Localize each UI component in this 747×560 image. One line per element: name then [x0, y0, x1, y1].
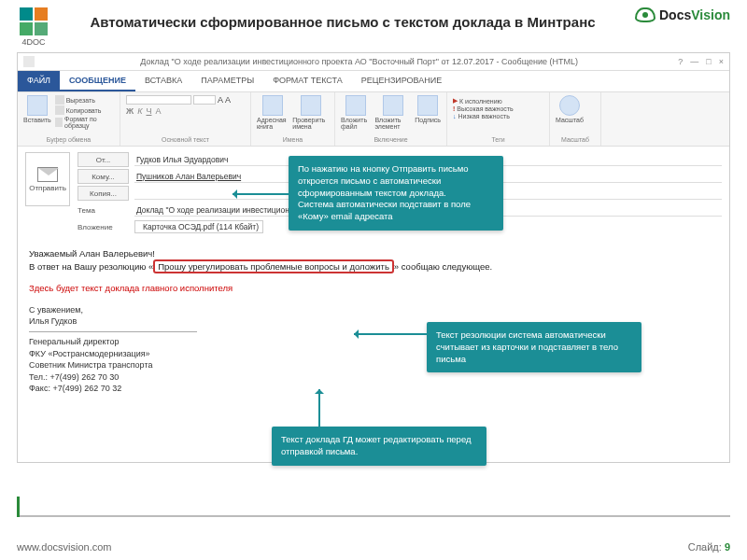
window-titlebar: Доклад "О ходе реализации инвестиционног… — [18, 53, 729, 71]
paste-button[interactable]: Вставить — [23, 95, 51, 123]
bold-button[interactable]: Ж — [126, 106, 134, 116]
footer-slide-num: 9 — [725, 541, 730, 553]
font-grow-icon[interactable]: A — [218, 95, 223, 105]
zoom-icon — [559, 95, 580, 116]
address-book-button[interactable]: Адресная книга — [257, 95, 289, 130]
slide-title: Автоматически сформированное письмо с те… — [62, 7, 624, 32]
group-names: Имена — [257, 136, 329, 143]
cut-icon — [55, 95, 64, 105]
group-clipboard: Буфер обмена — [23, 136, 114, 143]
minimize-button[interactable]: — — [690, 57, 698, 66]
font-color-button[interactable]: A — [155, 106, 161, 116]
logo-4doc: 4DOC — [17, 7, 50, 47]
eye-icon — [635, 7, 655, 22]
group-font: Основной текст — [126, 136, 245, 143]
copy-icon — [55, 105, 64, 115]
group-include: Включение — [341, 136, 441, 143]
sig-fax: Факс: +7(499) 262 70 32 — [29, 383, 718, 395]
followup-button[interactable]: ▶К исполнению — [453, 97, 543, 105]
signature-button[interactable]: Подпись — [415, 95, 441, 123]
group-zoom: Масштаб — [556, 136, 595, 143]
subject-label: Тема — [78, 203, 129, 217]
send-label: Отправить — [29, 184, 66, 192]
cut-button[interactable]: Вырезать — [55, 95, 114, 105]
low-importance-icon: ↓ — [453, 113, 457, 119]
to-button[interactable]: Кому... — [78, 169, 129, 184]
cc-button[interactable]: Копия... — [78, 186, 129, 201]
attachment-label: Вложение — [78, 219, 129, 234]
window-title: Доклад "О ходе реализации инвестиционног… — [40, 57, 678, 66]
app-icon — [23, 56, 35, 67]
intro-line: В ответ на Вашу резолюцию «Прошу урегули… — [29, 260, 718, 273]
check-names-button[interactable]: Проверить имена — [292, 95, 329, 130]
callout-send: По нажатию на кнопку Отправить письмо от… — [289, 156, 503, 231]
font-shrink-icon[interactable]: A — [225, 95, 231, 105]
attachment-item[interactable]: Карточка ОСЭД.pdf (114 Кбайт) — [134, 220, 263, 233]
ribbon-tabs: ФАЙЛ СООБЩЕНИЕ ВСТАВКА ПАРАМЕТРЫ ФОРМАТ … — [18, 71, 729, 92]
group-tags: Теги — [453, 136, 543, 143]
tab-file[interactable]: ФАЙЛ — [18, 71, 60, 91]
send-icon — [37, 167, 58, 182]
high-importance-button[interactable]: !Высокая важность — [453, 105, 543, 112]
tab-format[interactable]: ФОРМАТ ТЕКСТА — [263, 71, 352, 91]
sig-divider — [29, 331, 197, 332]
send-button[interactable]: Отправить — [25, 152, 70, 206]
low-importance-button[interactable]: ↓Низкая важность — [453, 113, 543, 119]
outlook-window: Доклад "О ходе реализации инвестиционног… — [17, 52, 730, 463]
italic-button[interactable]: К — [137, 106, 142, 116]
copy-button[interactable]: Копировать — [55, 105, 114, 115]
slide-footer: www.docsvision.com Слайд: 9 — [17, 541, 730, 553]
tab-message[interactable]: СООБЩЕНИЕ — [60, 71, 135, 91]
high-importance-icon: ! — [453, 105, 455, 112]
sig-regards: С уважением, — [29, 304, 718, 316]
attach-icon — [345, 95, 366, 116]
brush-icon — [55, 118, 63, 127]
report-placeholder: Здесь будет текст доклада главного испол… — [29, 282, 718, 295]
maximize-button[interactable]: □ — [706, 57, 711, 66]
callout-resolution: Текст резолюции система автоматически сч… — [427, 322, 641, 372]
attach-item-button[interactable]: Вложить элемент — [374, 95, 411, 130]
tab-review[interactable]: РЕЦЕНЗИРОВАНИЕ — [352, 71, 452, 91]
signature-icon — [417, 95, 438, 116]
attach-item-icon — [383, 95, 403, 116]
logo-4doc-text: 4DOC — [21, 37, 45, 47]
ribbon: Вставить Вырезать Копировать Формат по о… — [18, 92, 729, 147]
zoom-button[interactable]: Масштаб — [556, 95, 584, 123]
message-body[interactable]: Уважаемый Алан Валерьевич! В ответ на Ва… — [18, 240, 729, 402]
attachment-name: Карточка ОСЭД.pdf (114 Кбайт) — [143, 222, 259, 231]
font-family-dropdown[interactable] — [126, 95, 191, 105]
paste-icon — [27, 95, 48, 116]
greeting: Уважаемый Алан Валерьевич! — [29, 247, 718, 260]
sig-tel: Тел.: +7(499) 262 70 30 — [29, 371, 718, 384]
close-button[interactable]: × — [719, 57, 724, 66]
help-button[interactable]: ? — [678, 57, 683, 66]
footer-slide-label: Слайд: — [688, 541, 722, 553]
flag-icon: ▶ — [453, 97, 458, 105]
tab-insert[interactable]: ВСТАВКА — [135, 71, 191, 91]
format-painter-button[interactable]: Формат по образцу — [55, 116, 114, 129]
resolution-highlight: Прошу урегулировать проблемные вопросы и… — [153, 259, 394, 273]
footer-url: www.docsvision.com — [17, 541, 111, 553]
logo-docsvision: DocsVision — [635, 7, 730, 22]
underline-button[interactable]: Ч — [146, 106, 151, 116]
attach-file-button[interactable]: Вложить файл — [341, 95, 371, 130]
callout-edit: Текст доклада ГД может редактировать пер… — [272, 427, 486, 466]
font-size-dropdown[interactable] — [193, 95, 216, 105]
checknames-icon — [301, 95, 321, 116]
from-button[interactable]: От... — [78, 152, 129, 167]
addressbook-icon — [262, 95, 283, 116]
tab-options[interactable]: ПАРАМЕТРЫ — [191, 71, 263, 91]
